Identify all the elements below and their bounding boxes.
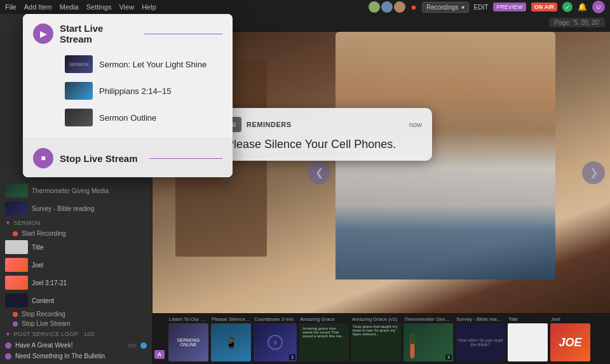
phil-stream-label: Philippians 2:14–15 (99, 86, 171, 96)
user-avatar[interactable]: U (592, 1, 605, 13)
menu-file[interactable]: File (5, 3, 17, 11)
sidebar-item-give[interactable]: Give 6s (0, 361, 152, 364)
section-arrow-icon: ▼ (5, 220, 11, 226)
outline-thumb (65, 109, 93, 126)
menu-help[interactable]: Help (142, 3, 156, 11)
prev-arrow-button[interactable]: ❮ (308, 161, 330, 184)
thumb-amazing-img: Amazing grace how sweet the sound That s… (299, 323, 349, 361)
thumb-item-countdown[interactable]: Countdown 3 min 3 3 (253, 316, 297, 361)
menu-media[interactable]: Media (60, 3, 79, 11)
avatar-group (369, 1, 405, 13)
dropdown-start-section: ▶ Start Live Stream SERMON Sermon: Let Y… (23, 14, 233, 139)
title-label: Title (32, 244, 44, 251)
amazing-text: Amazing grace how sweet the sound That s… (301, 325, 347, 339)
chevron-icon: ▾ (461, 4, 464, 11)
red-dot-icon (13, 231, 18, 236)
preview-button[interactable]: PREVIEW (493, 3, 526, 11)
arrow-right-icon: ❯ (590, 166, 598, 179)
notif-title: REMINDERS (247, 121, 404, 128)
dropdown-overlay: ▶ Start Live Stream SERMON Sermon: Let Y… (23, 14, 233, 177)
stop-stream-label: Stop Live Stream (60, 153, 138, 164)
dropdown-stop-header: ■ Stop Live Stream (33, 148, 222, 168)
countdown-circle: 3 (268, 335, 283, 350)
thumb-item-amazing[interactable]: Amazing Grace Amazing grace how sweet th… (299, 316, 349, 361)
sermon-section-label: Sermon (13, 220, 41, 226)
cell-icon: 📱 (225, 337, 238, 349)
start-recording-item[interactable]: Start Recording (0, 229, 152, 238)
thumb-survey-label: Survey - Bible reading (455, 316, 506, 323)
post-arrow-icon: ▼ (5, 331, 11, 337)
thumb-item-cell[interactable]: Please Silence Your Cell 📱 (210, 316, 252, 361)
menu-add-item[interactable]: Add Item (24, 3, 52, 11)
sidebar-item-joel-verse[interactable]: Joel 3:17-21 (0, 274, 152, 292)
sidebar-item-bulletin[interactable]: Need Something In The Bulletin (0, 351, 152, 361)
joel-big-text: JOE (559, 336, 581, 349)
thumb-survey-side (5, 201, 28, 215)
thumb-item-joel[interactable]: Joel JOE (550, 316, 591, 361)
menu-view[interactable]: View (119, 3, 134, 11)
active-indicator: A (152, 316, 166, 361)
stop-divider (149, 158, 222, 159)
play-icon: ▶ (40, 29, 47, 39)
thumb-item-survey[interactable]: Survey - Bible reading How often do you … (455, 316, 506, 361)
therm-fill (410, 344, 414, 358)
next-arrow-button[interactable]: ❯ (582, 161, 605, 184)
stream-item-philippians[interactable]: Philippians 2:14–15 (60, 79, 222, 103)
purple-dot-icon (13, 321, 18, 327)
start-recording-label: Start Recording (22, 230, 65, 237)
thumb-item-title[interactable]: Title (507, 316, 548, 361)
toolbar-right: Page: '5, 20, 20' (549, 18, 605, 27)
thumb-cell-label: Please Silence Your Cell (210, 316, 252, 323)
start-stream-label: Start Live Stream (60, 23, 138, 44)
thumb-sermons-label: Listen To Our Sermons (168, 316, 209, 323)
arrow-left-icon: ❮ (315, 166, 323, 179)
thumb-item-sermons[interactable]: Listen To Our Sermons SERMONS ONLINE (168, 316, 209, 361)
countdown-number: 3 (274, 340, 276, 346)
therm-bar (410, 334, 415, 359)
thumb-survey-img: How often do you read the Bible? (456, 323, 505, 361)
sidebar-item-great-week[interactable]: Have A Great Week! 30s (0, 340, 152, 351)
thumb-joel-side (5, 258, 28, 272)
thumb-amazing-label: Amazing Grace (299, 316, 336, 323)
sidebar-item-title[interactable]: Title (0, 238, 152, 256)
avatar-1 (369, 1, 380, 13)
thumb-item-grace[interactable]: Amazing Grace (v2) Twas grace that taugh… (351, 316, 402, 361)
thumb-item-therm[interactable]: Thermometer Giving Media 3 (403, 316, 454, 361)
divider (144, 34, 222, 34)
outline-stream-label: Sermon Outline (99, 113, 156, 123)
bell-icon[interactable]: 🔔 (578, 3, 587, 11)
survey-label: Survey - Bible reading (32, 205, 94, 212)
thumbnail-strip: A Listen To Our Sermons SERMONS ONLINE P… (152, 313, 610, 364)
week-dot (5, 342, 11, 349)
sermons-content: SERMONS ONLINE (168, 323, 208, 361)
menu-bar-right: ⏺ Recordings ▾ EDIT PREVIEW ON AIR ✓ 🔔 U (369, 1, 605, 13)
sidebar-item-content[interactable]: Content (0, 292, 152, 309)
thumb-countdown-label: Countdown 3 min (253, 316, 295, 323)
edit-button[interactable]: EDIT (474, 4, 489, 11)
active-a-badge: A (154, 350, 165, 359)
thumb-joel-img: JOE (550, 323, 590, 361)
sermon-section: ▼ Sermon (0, 217, 152, 229)
thumb-title-label: Title (507, 316, 519, 323)
sermons-text: SERMONS ONLINE (168, 337, 208, 348)
menu-settings[interactable]: Settings (86, 3, 112, 11)
thumb-sermons-img: SERMONS ONLINE (168, 323, 208, 361)
thumb-therm-img: 3 (403, 323, 453, 361)
stop-recording-item[interactable]: Stop Recording (0, 309, 152, 319)
stream-item-sermon[interactable]: SERMON Sermon: Let Your Light Shine (60, 52, 222, 76)
sidebar-item-survey[interactable]: Survey - Bible reading (0, 199, 152, 217)
sidebar-item-joel[interactable]: Joel (0, 256, 152, 274)
start-stream-icon: ▶ (33, 24, 53, 44)
joel-label: Joel (32, 262, 43, 269)
thumb-content (5, 293, 28, 307)
dropdown-stop-section[interactable]: ■ Stop Live Stream (23, 139, 233, 177)
recordings-button[interactable]: Recordings ▾ (422, 2, 469, 13)
notif-time: now (409, 121, 422, 128)
stream-item-outline[interactable]: Sermon Outline (60, 105, 222, 130)
on-air-button[interactable]: ON AIR (531, 3, 557, 11)
sidebar-item-thermometer[interactable]: Thermometer Giving Media (0, 182, 152, 199)
therm-label: Thermometer Giving Media (32, 187, 109, 194)
thumb-joel-label: Joel (550, 316, 562, 323)
stop-stream-sidebar-item[interactable]: Stop Live Stream (0, 319, 152, 328)
survey-q-text: How often do you read the Bible? (456, 337, 505, 348)
